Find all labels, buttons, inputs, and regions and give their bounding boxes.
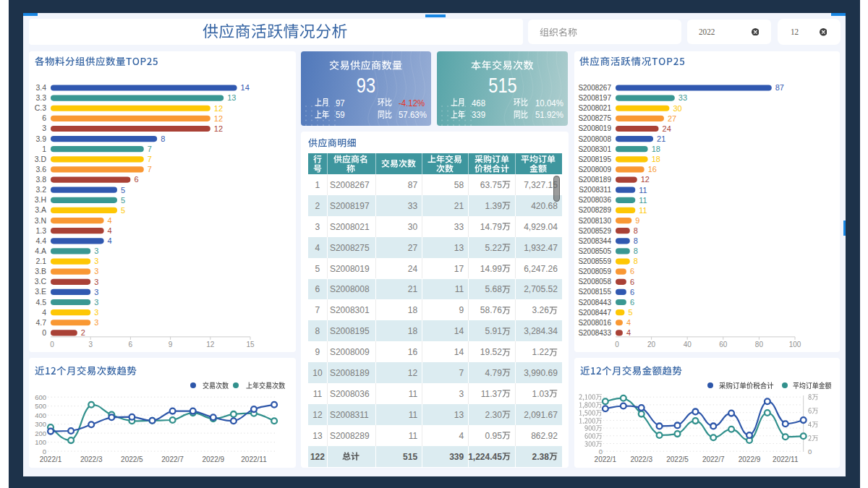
svg-text:4.A: 4.A [35,247,46,255]
svg-text:S2008008: S2008008 [578,135,611,143]
svg-text:S2008016: S2008016 [578,319,611,327]
svg-text:9: 9 [635,216,639,225]
svg-text:20: 20 [647,341,656,348]
svg-text:3.9: 3.9 [35,134,46,143]
svg-text:S2008311: S2008311 [579,186,611,194]
svg-text:6: 6 [42,114,46,122]
svg-text:C.3: C.3 [35,103,47,112]
svg-text:S2008009: S2008009 [578,166,611,174]
svg-text:S2008189: S2008189 [578,176,611,184]
svg-text:3: 3 [42,124,46,132]
svg-text:3.3: 3.3 [35,93,46,102]
svg-text:3.H: 3.H [35,195,46,204]
svg-text:S2008195: S2008195 [578,155,611,163]
svg-text:S2008267: S2008267 [578,84,611,92]
svg-text:14: 14 [241,83,250,92]
svg-text:12: 12 [206,341,215,348]
svg-text:S2008059: S2008059 [578,267,611,275]
svg-text:S2008433: S2008433 [578,329,611,337]
svg-text:2: 2 [81,328,85,337]
svg-text:3: 3 [94,308,98,317]
svg-text:6: 6 [129,341,133,348]
svg-text:S2008197: S2008197 [578,94,611,102]
svg-text:30: 30 [673,104,681,113]
svg-text:8: 8 [634,247,638,255]
svg-text:100: 100 [789,341,801,348]
svg-text:S2008529: S2008529 [578,227,611,235]
svg-text:0: 0 [50,341,54,348]
svg-text:12: 12 [214,114,223,123]
svg-text:13: 13 [227,93,236,102]
svg-text:S2008155: S2008155 [578,288,611,296]
svg-text:21: 21 [657,134,665,143]
svg-text:4: 4 [108,236,112,245]
svg-text:6: 6 [630,278,634,286]
svg-text:18: 18 [652,155,660,163]
svg-text:5: 5 [121,196,125,205]
svg-text:11: 11 [639,186,647,194]
svg-text:3.2: 3.2 [35,185,46,194]
svg-text:4.5: 4.5 [35,298,46,307]
svg-text:60: 60 [719,341,728,348]
svg-text:4: 4 [626,318,631,327]
svg-text:6: 6 [630,267,634,275]
svg-text:3.6: 3.6 [35,165,46,174]
svg-text:3: 3 [94,267,98,275]
svg-text:18: 18 [652,145,660,153]
svg-text:8: 8 [634,257,638,265]
svg-text:3: 3 [94,257,98,265]
svg-text:1.3: 1.3 [35,226,46,235]
svg-text:15: 15 [246,341,255,348]
svg-text:S2008443: S2008443 [578,299,611,307]
svg-text:S2008447: S2008447 [578,309,611,317]
svg-text:5: 5 [628,308,632,317]
svg-text:16: 16 [648,165,657,174]
svg-text:7: 7 [148,165,152,174]
svg-text:3: 3 [94,298,98,307]
svg-text:S2008505: S2008505 [578,247,611,255]
svg-text:27: 27 [668,114,676,123]
svg-text:3.8: 3.8 [35,175,46,184]
svg-text:24: 24 [663,124,671,133]
svg-text:S2008301: S2008301 [578,145,611,153]
svg-text:4: 4 [42,308,46,317]
svg-text:3: 3 [94,318,98,327]
svg-text:2.1: 2.1 [35,257,46,265]
svg-text:S2008019: S2008019 [578,124,611,132]
svg-text:5: 5 [121,206,125,215]
svg-text:4: 4 [626,328,631,337]
svg-text:S2008021: S2008021 [578,104,611,112]
svg-text:S2008058: S2008058 [578,278,611,286]
svg-text:8: 8 [634,226,638,235]
svg-text:11: 11 [639,206,647,215]
svg-text:8: 8 [634,236,638,245]
svg-text:0: 0 [42,328,46,337]
svg-text:3.E: 3.E [35,287,46,296]
svg-text:4: 4 [108,226,112,235]
svg-text:7: 7 [148,145,152,153]
svg-text:12: 12 [641,175,650,184]
svg-text:3: 3 [88,341,93,348]
svg-text:3.A: 3.A [35,205,46,214]
svg-text:87: 87 [775,83,784,92]
svg-text:4.4: 4.4 [35,236,46,245]
svg-text:3.C: 3.C [35,277,47,286]
svg-text:3: 3 [94,278,98,286]
svg-text:4.7: 4.7 [35,318,46,327]
svg-text:3: 3 [94,247,98,255]
svg-text:11: 11 [639,196,647,205]
svg-text:3: 3 [94,288,98,296]
svg-text:3.N: 3.N [35,216,46,225]
svg-text:12: 12 [214,124,223,133]
svg-text:0: 0 [615,341,619,348]
svg-text:9: 9 [169,341,173,348]
svg-text:S2008036: S2008036 [578,196,611,204]
svg-text:5: 5 [121,186,125,194]
svg-text:S2008344: S2008344 [578,237,611,245]
svg-text:6: 6 [630,298,634,307]
svg-text:S2008275: S2008275 [578,114,611,122]
svg-text:3.B: 3.B [35,267,46,275]
svg-text:S2008130: S2008130 [578,217,611,225]
svg-text:7: 7 [148,155,152,163]
svg-text:S2008289: S2008289 [578,206,611,214]
